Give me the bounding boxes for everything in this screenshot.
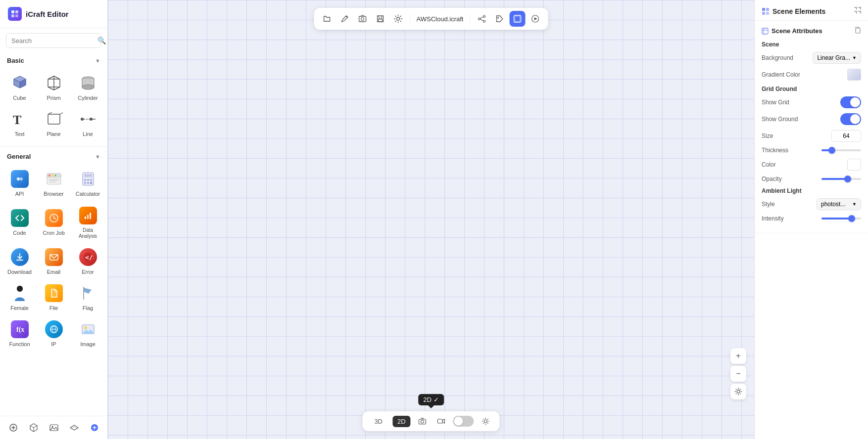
canvas-grid — [108, 0, 754, 439]
intensity-slider-track[interactable] — [821, 218, 861, 220]
mode-toggle[interactable] — [453, 416, 474, 427]
sidebar-item-cronjob[interactable]: Cron Job — [37, 202, 70, 242]
sidebar-item-email[interactable]: Email — [37, 243, 70, 278]
svg-point-79 — [483, 20, 485, 22]
tag-button[interactable] — [491, 11, 507, 27]
top-toolbar: AWSCloud.icraft — [314, 8, 548, 30]
sidebar-item-ip[interactable]: IP — [37, 315, 70, 351]
style-select[interactable]: photost... ▼ — [817, 198, 861, 210]
cylinder-label: Cylinder — [78, 95, 97, 101]
main-canvas[interactable]: AWSCloud.icraft — [108, 0, 754, 439]
cronjob-icon — [44, 208, 64, 228]
email-label: Email — [47, 269, 61, 275]
search-input[interactable] — [11, 37, 95, 44]
cube3d-button[interactable] — [26, 420, 41, 435]
sidebar-item-cube[interactable]: Cube — [3, 69, 36, 104]
svg-text:</>: </> — [85, 254, 94, 261]
style-dropdown-arrow-icon: ▼ — [852, 202, 857, 207]
sidebar-item-file[interactable]: File — [37, 279, 70, 314]
settings-bottom-button[interactable] — [730, 384, 746, 399]
show-ground-toggle[interactable] — [840, 113, 861, 125]
sidebar-item-prism[interactable]: Prism — [37, 69, 70, 104]
opacity-label: Opacity — [762, 176, 810, 182]
email-icon — [44, 247, 64, 267]
search-bar[interactable]: 🔍 — [6, 33, 101, 48]
settings-button[interactable] — [390, 11, 406, 27]
play-button[interactable] — [527, 11, 543, 27]
thickness-slider-track[interactable] — [821, 149, 861, 151]
save-button[interactable] — [373, 11, 388, 27]
sidebar-item-female[interactable]: Female — [3, 279, 36, 314]
svg-point-82 — [497, 17, 499, 19]
select-button[interactable] — [509, 11, 525, 27]
sidebar-item-api[interactable]: API — [3, 165, 36, 200]
sidebar-item-function[interactable]: f(x) Function — [3, 315, 36, 351]
function-icon: f(x) — [10, 319, 30, 339]
add-plus-button[interactable] — [87, 420, 102, 435]
sidebar-item-calculator[interactable]: Calculator — [71, 165, 104, 200]
section-general: General ▼ — [0, 149, 107, 163]
add-circle-button[interactable] — [6, 420, 21, 435]
function-label: Function — [9, 341, 30, 348]
video-button[interactable] — [434, 414, 448, 428]
text-label: Text — [14, 131, 24, 137]
zoom-out-button[interactable]: − — [730, 366, 746, 382]
basic-items-grid: Cube Prism — [0, 67, 107, 144]
svg-line-10 — [54, 76, 60, 79]
thickness-slider-container — [814, 149, 862, 151]
sidebar-item-plane[interactable]: Plane — [37, 105, 70, 140]
opacity-slider-thumb[interactable] — [844, 176, 851, 182]
svg-text:f(x): f(x) — [16, 326, 25, 334]
size-input[interactable] — [831, 130, 861, 142]
sidebar-item-code[interactable]: Code — [3, 202, 36, 242]
background-row: Background Linear Gra... ▼ — [762, 52, 861, 64]
image-bottom-button[interactable] — [47, 420, 61, 435]
svg-line-9 — [48, 76, 54, 79]
sidebar-item-flag[interactable]: Flag — [71, 279, 104, 314]
sidebar-item-dataanalysis[interactable]: Data Analysis — [71, 202, 104, 242]
sidebar-item-image[interactable]: Image — [71, 315, 104, 351]
svg-point-58 — [84, 326, 87, 329]
toolbar-filename: AWSCloud.icraft — [410, 15, 470, 23]
zoom-in-button[interactable]: + — [730, 348, 746, 364]
intensity-slider-thumb[interactable] — [848, 215, 855, 222]
screenshot-button[interactable] — [355, 11, 371, 27]
api-label: API — [15, 191, 24, 197]
view-3d-button[interactable]: 3D — [369, 416, 387, 427]
sidebar-item-text[interactable]: T Text — [3, 105, 36, 140]
open-file-button[interactable] — [319, 11, 335, 27]
svg-rect-1 — [15, 10, 18, 13]
pen-button[interactable] — [337, 11, 353, 27]
scene-attributes-panel: Scene Attributes Scene Background Linear… — [755, 21, 868, 233]
expand-panel-button[interactable] — [854, 7, 861, 15]
background-select[interactable]: Linear Gra... ▼ — [813, 52, 861, 64]
share-button[interactable] — [474, 11, 489, 27]
layers-button[interactable] — [67, 420, 82, 435]
sidebar-item-browser[interactable]: Browser — [37, 165, 70, 200]
chevron-basic-icon: ▼ — [95, 58, 100, 64]
svg-point-31 — [54, 175, 56, 176]
error-label: Error — [82, 269, 94, 275]
size-row: Size — [762, 130, 861, 142]
gradient-color-picker[interactable] — [847, 69, 861, 81]
svg-line-11 — [48, 87, 54, 90]
copy-attributes-button[interactable] — [854, 27, 861, 35]
svg-line-81 — [480, 19, 483, 21]
settings-extra-button[interactable] — [479, 414, 493, 428]
cube-label: Cube — [13, 95, 26, 101]
opacity-slider-track[interactable] — [821, 178, 861, 180]
show-grid-toggle[interactable] — [840, 96, 861, 108]
svg-point-39 — [84, 182, 86, 184]
thickness-slider-thumb[interactable] — [828, 147, 835, 154]
general-items-grid: API Browser — [0, 163, 107, 354]
svg-rect-44 — [87, 215, 89, 219]
svg-point-16 — [82, 85, 94, 89]
sidebar-item-cylinder[interactable]: Cylinder — [71, 69, 104, 104]
camera-bottom-button[interactable] — [416, 414, 430, 428]
sidebar-item-line[interactable]: Line — [71, 105, 104, 140]
color-picker[interactable] — [847, 159, 861, 171]
sidebar-item-error[interactable]: </> Error — [71, 243, 104, 278]
sidebar-item-download[interactable]: Download — [3, 243, 36, 278]
view-2d-button[interactable]: 2D — [392, 416, 411, 427]
search-icon: 🔍 — [97, 37, 106, 44]
